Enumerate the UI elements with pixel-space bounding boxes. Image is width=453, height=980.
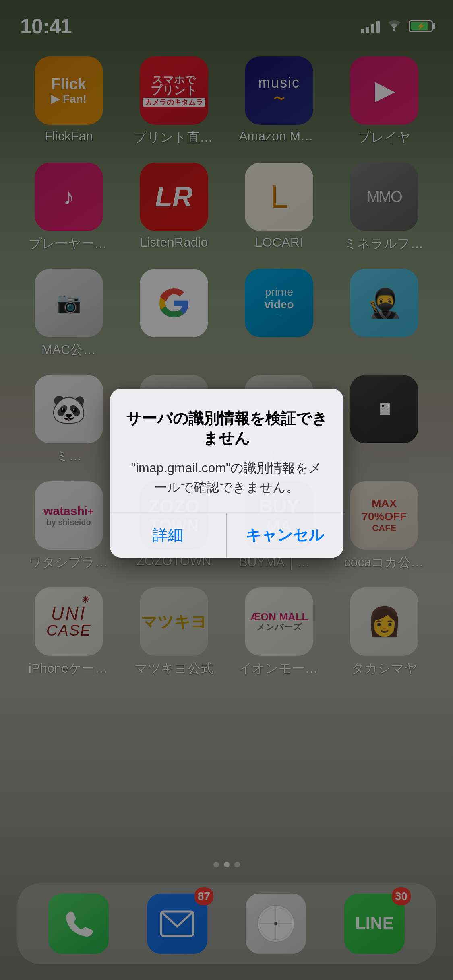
alert-dialog: サーバの識別情報を検証できません "imap.gmail.com"の識別情報をメ…: [110, 389, 343, 558]
alert-content: サーバの識別情報を検証できません "imap.gmail.com"の識別情報をメ…: [110, 389, 343, 513]
alert-buttons: 詳細 キャンセル: [110, 513, 343, 558]
alert-title: サーバの識別情報を検証できません: [126, 409, 327, 449]
alert-message: "imap.gmail.com"の識別情報をメールで確認できません。: [126, 458, 327, 497]
alert-cancel-button[interactable]: キャンセル: [227, 513, 343, 558]
alert-details-button[interactable]: 詳細: [110, 513, 227, 558]
